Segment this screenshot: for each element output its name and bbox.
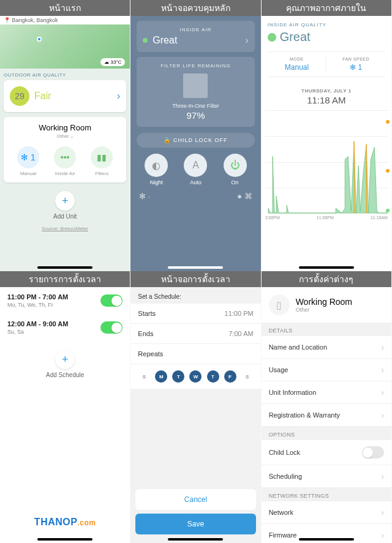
map-pin-icon xyxy=(37,37,42,42)
fan-icon: ✻ 1 xyxy=(17,146,39,168)
child-lock-toggle[interactable] xyxy=(362,446,384,459)
day-toggle[interactable]: F xyxy=(224,370,236,383)
panel-schedule-list: รายการการตั้งเวลา 11:00 PM - 7:00 AMMo, … xyxy=(0,271,130,543)
chart-marker-green xyxy=(386,209,390,212)
section-header: DETAILS xyxy=(262,323,391,336)
day-toggle[interactable]: M xyxy=(155,370,167,383)
settings-row[interactable]: Network› xyxy=(262,501,391,524)
day-toggle[interactable]: S xyxy=(241,370,254,383)
panel-air-quality: คุณภาพอากาศภายใน INSIDE AIR QUALITY Grea… xyxy=(262,0,392,271)
panel-header: คุณภาพอากาศภายใน xyxy=(262,0,391,16)
chevron-right-icon: › xyxy=(381,410,384,420)
mode-auto[interactable]: AAuto xyxy=(184,154,207,185)
room-subtitle: Other ⌵ xyxy=(10,133,120,139)
add-schedule-label: Add Schedule xyxy=(0,372,130,378)
air-quality-chart[interactable] xyxy=(265,110,388,214)
room-filter-item[interactable]: ▮▮Filters xyxy=(83,146,120,176)
outdoor-aq-label: OUTDOOR AIR QUALITY xyxy=(4,72,126,78)
ends-row[interactable]: Ends7:00 AM xyxy=(130,324,260,344)
status-dot-icon xyxy=(268,33,276,42)
chevron-right-icon: › xyxy=(381,471,384,481)
source-link[interactable]: Source: BreezoMeter xyxy=(0,226,130,231)
power-icon: ⏻ xyxy=(224,154,247,177)
mode-on[interactable]: ⏻On xyxy=(224,154,247,185)
chevron-right-icon: › xyxy=(381,365,384,375)
mode-night[interactable]: ◐Night xyxy=(145,154,168,185)
fan-speed-column[interactable]: FAN SPEED✻ 1 xyxy=(326,57,385,72)
device-icon: ▯ xyxy=(269,294,290,315)
room-title: Working Room xyxy=(10,123,120,132)
device-title: Working Room xyxy=(296,297,352,307)
schedule-toggle[interactable] xyxy=(100,294,123,307)
schedule-item[interactable]: 11:00 PM - 7:00 AMMo, Tu, We, Th, Fr xyxy=(0,287,130,314)
settings-row[interactable]: Usage› xyxy=(262,359,391,381)
settings-row[interactable]: Child Lock xyxy=(262,440,391,465)
filter-life-label: FILTER LIFE REMAINING xyxy=(143,63,248,69)
settings-row[interactable]: Unit Information› xyxy=(262,381,391,404)
home-indicator xyxy=(168,538,223,541)
save-button[interactable]: Save xyxy=(135,514,255,534)
child-lock-button[interactable]: 🔒 CHILD LOCK OFF xyxy=(137,133,254,148)
panel-header: หน้าจอควบคุมหลัก xyxy=(130,0,260,16)
filter-life-card[interactable]: FILTER LIFE REMAINING Three-In-One Filte… xyxy=(137,57,254,127)
day-toggle[interactable]: T xyxy=(207,370,219,383)
inside-air-value: Great xyxy=(153,35,177,46)
chart-marker-orange xyxy=(386,120,390,124)
aq-score-badge: 29 xyxy=(10,86,29,106)
starts-row[interactable]: Starts11:00 PM xyxy=(130,304,260,324)
inside-aq-value: Great xyxy=(280,30,311,44)
panel-home: หน้าแรก 📍 Bangkok, Bangkok ☁ 33°C OUTDOO… xyxy=(0,0,130,271)
filter-icon: ▮▮ xyxy=(91,146,113,168)
cancel-button[interactable]: Cancel xyxy=(135,489,255,510)
chevron-right-icon: › xyxy=(381,388,384,397)
chart-date: THURSDAY, JULY 1 xyxy=(266,88,386,94)
panel-header: หน้าจอการตั้งเวลา xyxy=(130,271,260,287)
schedule-item[interactable]: 12:00 AM - 9:00 AMSu, Sa xyxy=(0,314,130,341)
home-indicator xyxy=(299,538,354,541)
settings-row[interactable]: Registration & Warranty› xyxy=(262,404,391,427)
add-schedule-button[interactable]: + xyxy=(55,350,75,369)
fan-speed-icon[interactable]: ✻ · xyxy=(139,192,150,201)
settings-row[interactable]: Scheduling› xyxy=(262,465,391,488)
air-icon: ••• xyxy=(54,146,76,168)
schedule-toggle[interactable] xyxy=(100,321,123,334)
chart-marker-orange xyxy=(386,169,390,173)
chevron-right-icon: › xyxy=(381,507,384,517)
panel-header: หน้าแรก xyxy=(0,0,130,16)
section-header: NETWORK SETTINGS xyxy=(262,488,391,501)
settings-row[interactable]: Name and Location› xyxy=(262,336,391,359)
room-card[interactable]: Working Room Other ⌵ ✻ 1Manual •••Inside… xyxy=(4,117,126,182)
add-unit-button[interactable]: + xyxy=(55,191,75,211)
chevron-right-icon: › xyxy=(117,91,120,102)
panel-header: การตั้งค่าต่างๆ xyxy=(262,271,391,287)
panel-settings: การตั้งค่าต่างๆ ▯ Working RoomOther DETA… xyxy=(262,271,392,543)
day-toggle[interactable]: S xyxy=(138,370,150,383)
inside-aq-label: INSIDE AIR QUALITY xyxy=(268,22,385,28)
panel-set-schedule: หน้าจอการตั้งเวลา Set a Schedule: Starts… xyxy=(130,271,261,543)
chevron-right-icon: › xyxy=(245,35,248,46)
chart-time: 11:18 AM xyxy=(266,95,386,105)
location-text: 📍 Bangkok, Bangkok xyxy=(0,16,130,24)
filter-image-icon xyxy=(183,73,208,98)
inside-air-label: INSIDE AIR xyxy=(143,27,248,32)
repeats-row: Repeats xyxy=(130,344,260,364)
map-area[interactable]: ☁ 33°C xyxy=(0,24,130,69)
room-air-item[interactable]: •••Inside Air xyxy=(47,146,83,176)
outdoor-aq-card[interactable]: 29 Fair › xyxy=(4,80,126,112)
link-icon[interactable]: ● ⌘ xyxy=(237,192,252,201)
home-indicator xyxy=(37,538,92,541)
status-dot-icon xyxy=(143,38,148,43)
inside-air-card[interactable]: INSIDE AIR Great› xyxy=(137,21,254,52)
chevron-right-icon: › xyxy=(381,530,384,540)
room-fan-item[interactable]: ✻ 1Manual xyxy=(10,146,47,176)
filter-percent: 97% xyxy=(143,110,248,121)
temperature-badge: ☁ 33°C xyxy=(100,58,125,66)
panel-header: รายการการตั้งเวลา xyxy=(0,271,130,287)
chart-x-axis: 3:00PM11:00PM11:10AM xyxy=(262,214,391,221)
day-toggle[interactable]: W xyxy=(189,370,202,383)
mode-column[interactable]: MODEManual xyxy=(268,57,327,72)
home-indicator xyxy=(168,266,223,269)
day-toggle[interactable]: T xyxy=(172,370,184,383)
device-hero[interactable]: ▯ Working RoomOther xyxy=(262,287,391,323)
chevron-right-icon: › xyxy=(381,342,384,352)
